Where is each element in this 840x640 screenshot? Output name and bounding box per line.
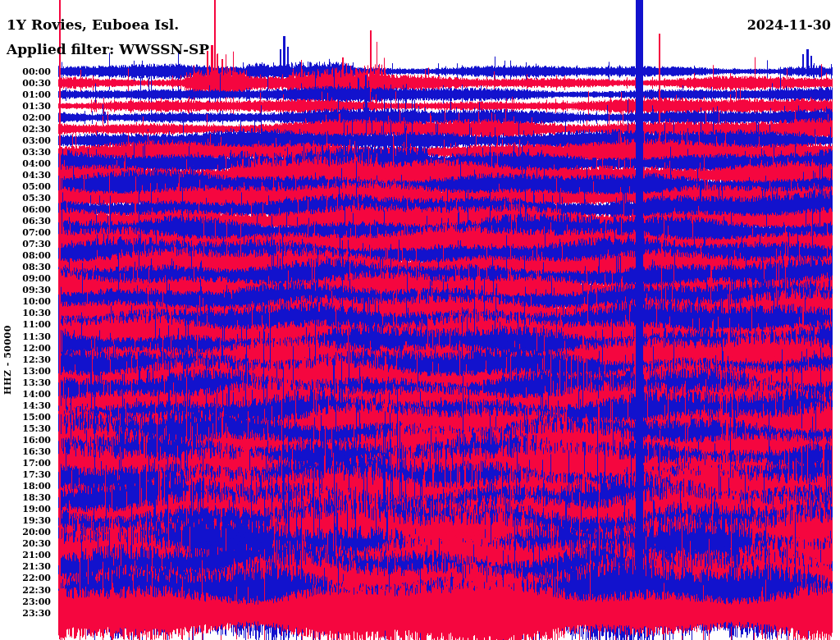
time-label: 17:30: [0, 470, 51, 479]
time-label: 04:00: [0, 159, 51, 168]
time-label: 08:30: [0, 263, 51, 272]
time-label: 21:00: [0, 551, 51, 560]
time-label: 22:30: [0, 586, 51, 595]
time-label: 08:00: [0, 251, 51, 260]
time-label: 17:00: [0, 459, 51, 468]
helicorder-page: { "header": { "station_line": "1Y Rovies…: [0, 0, 840, 640]
time-label: 04:30: [0, 171, 51, 180]
time-label: 14:30: [0, 401, 51, 410]
time-label: 14:00: [0, 390, 51, 399]
seismogram-canvas: [0, 0, 840, 640]
time-label: 01:30: [0, 102, 51, 111]
time-label: 09:30: [0, 286, 51, 295]
time-label: 21:30: [0, 562, 51, 571]
time-label: 15:00: [0, 413, 51, 422]
time-label: 05:00: [0, 182, 51, 191]
time-label: 18:30: [0, 493, 51, 502]
time-label: 06:00: [0, 205, 51, 214]
time-label: 15:30: [0, 424, 51, 433]
time-label: 13:30: [0, 378, 51, 387]
time-label: 02:30: [0, 125, 51, 134]
time-label: 12:00: [0, 344, 51, 353]
time-label: 07:00: [0, 228, 51, 237]
time-label: 02:00: [0, 113, 51, 122]
time-label: 22:00: [0, 574, 51, 583]
time-label: 00:00: [0, 67, 51, 76]
time-label: 11:00: [0, 320, 51, 329]
time-label: 01:00: [0, 90, 51, 99]
time-label: 00:30: [0, 79, 51, 88]
time-label: 20:30: [0, 539, 51, 548]
time-label: 11:30: [0, 332, 51, 341]
time-label: 03:30: [0, 148, 51, 157]
time-label: 19:00: [0, 505, 51, 514]
time-label: 18:00: [0, 482, 51, 491]
time-label: 07:30: [0, 240, 51, 249]
time-label: 05:30: [0, 194, 51, 203]
time-label: 23:00: [0, 597, 51, 606]
time-label: 09:00: [0, 274, 51, 283]
time-label: 16:30: [0, 447, 51, 456]
time-label: 23:30: [0, 609, 51, 618]
station-title: 1Y Rovies, Euboea Isl.: [7, 16, 179, 33]
time-label: 03:00: [0, 136, 51, 145]
time-label: 12:30: [0, 355, 51, 364]
time-label: 16:00: [0, 436, 51, 445]
time-label: 06:30: [0, 217, 51, 226]
time-label: 13:00: [0, 367, 51, 376]
time-label: 20:00: [0, 528, 51, 537]
date-label: 2024-11-30: [747, 17, 831, 33]
applied-filter-label: Applied filter: WWSSN-SP: [7, 41, 209, 57]
time-label: 19:30: [0, 516, 51, 525]
time-label: 10:30: [0, 309, 51, 318]
time-label: 10:00: [0, 297, 51, 306]
